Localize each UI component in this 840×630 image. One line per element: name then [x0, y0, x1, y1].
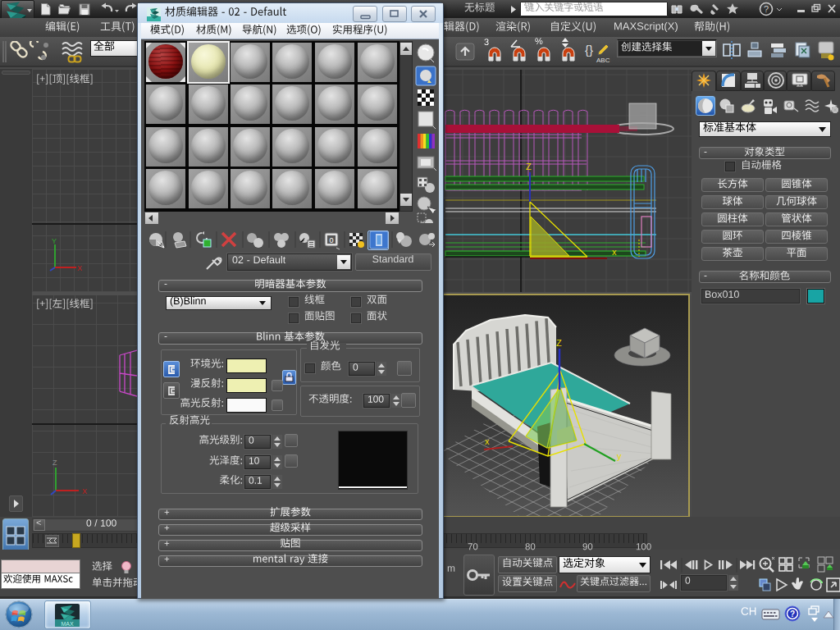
- svg-text:Z: Z: [52, 459, 57, 467]
- svg-text:{}: {}: [585, 43, 593, 57]
- svg-text:y: y: [617, 451, 622, 461]
- svg-text:Z: Z: [556, 338, 562, 348]
- svg-text:0: 0: [329, 236, 333, 244]
- svg-text:?: ?: [790, 609, 795, 619]
- svg-text:Z: Z: [526, 162, 532, 171]
- svg-text:?: ?: [764, 4, 769, 14]
- svg-text:ABC: ABC: [596, 57, 610, 63]
- svg-text:X: X: [77, 264, 82, 272]
- svg-text:x: x: [485, 436, 490, 446]
- svg-text:Y: Y: [52, 238, 57, 245]
- svg-text:x: x: [612, 247, 617, 257]
- svg-text:MAX: MAX: [61, 621, 74, 627]
- svg-text:X: X: [82, 487, 87, 495]
